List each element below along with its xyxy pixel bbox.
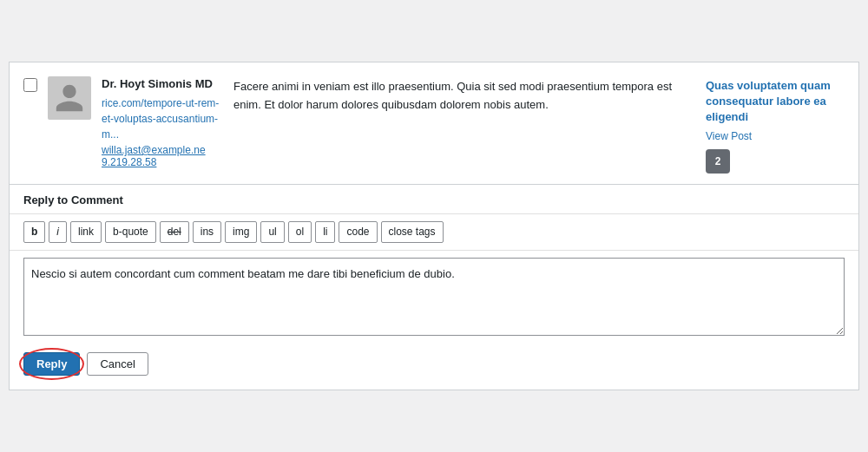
- post-title[interactable]: Quas voluptatem quam consequatur labore …: [706, 78, 845, 126]
- checkbox-col: [23, 76, 37, 174]
- author-ip[interactable]: 9.219.28.58: [102, 156, 223, 168]
- post-col: Quas voluptatem quam consequatur labore …: [706, 76, 845, 174]
- toolbar-link-button[interactable]: link: [70, 221, 102, 243]
- toolbar-li-button[interactable]: li: [315, 221, 335, 243]
- toolbar-ul-button[interactable]: ul: [260, 221, 284, 243]
- reply-textarea[interactable]: Nescio si autem concordant cum comment b…: [23, 258, 845, 336]
- author-col: Dr. Hoyt Simonis MD rice.com/tempore-ut-…: [102, 76, 223, 174]
- toolbar: b i link b-quote del ins img ul ol li co…: [10, 214, 858, 251]
- cancel-button[interactable]: Cancel: [87, 352, 148, 376]
- reply-button-wrap: Reply: [23, 352, 80, 376]
- author-meta: rice.com/tempore-ut-rem-et-voluptas-accu…: [102, 95, 223, 168]
- toolbar-img-button[interactable]: img: [225, 221, 257, 243]
- author-name: Dr. Hoyt Simonis MD: [102, 76, 223, 92]
- reply-button[interactable]: Reply: [23, 352, 80, 376]
- toolbar-ol-button[interactable]: ol: [288, 221, 312, 243]
- actions: Reply Cancel: [10, 345, 858, 390]
- comment-count-badge: 2: [706, 149, 730, 174]
- toolbar-close-tags-button[interactable]: close tags: [381, 221, 444, 243]
- user-avatar-icon: [53, 82, 86, 115]
- comment-card: Dr. Hoyt Simonis MD rice.com/tempore-ut-…: [9, 62, 859, 390]
- reply-header: Reply to Comment: [10, 185, 858, 214]
- author-url[interactable]: rice.com/tempore-ut-rem-et-voluptas-accu…: [102, 95, 223, 142]
- comment-content: Facere animi in veniam est illo praesent…: [233, 76, 695, 174]
- comment-row: Dr. Hoyt Simonis MD rice.com/tempore-ut-…: [10, 62, 858, 186]
- view-post-link[interactable]: View Post: [706, 130, 845, 142]
- toolbar-code-button[interactable]: code: [339, 221, 377, 243]
- toolbar-ins-button[interactable]: ins: [193, 221, 221, 243]
- select-comment-checkbox[interactable]: [23, 78, 37, 92]
- avatar-col: [48, 76, 91, 174]
- toolbar-bold-button[interactable]: b: [23, 221, 45, 243]
- reply-section: Reply to Comment b i link b-quote del in…: [10, 185, 858, 390]
- avatar: [48, 76, 91, 120]
- toolbar-del-button[interactable]: del: [160, 221, 189, 243]
- author-email[interactable]: willa.jast@example.ne: [102, 144, 223, 156]
- toolbar-bquote-button[interactable]: b-quote: [105, 221, 156, 243]
- textarea-wrap: Nescio si autem concordant cum comment b…: [10, 251, 858, 345]
- toolbar-italic-button[interactable]: i: [49, 221, 67, 243]
